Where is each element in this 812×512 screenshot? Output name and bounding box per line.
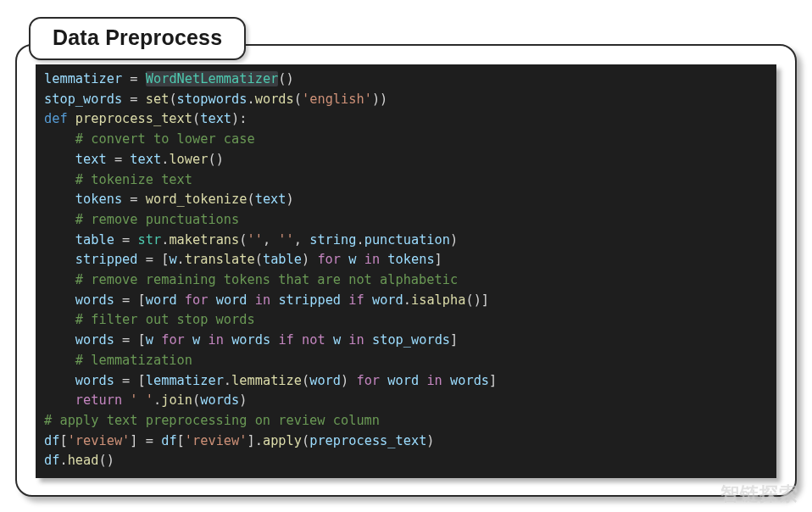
code-line: words = [word for word in stripped if wo… xyxy=(44,292,489,308)
code-line: stop_words = set(stopwords.words('englis… xyxy=(44,92,387,107)
code-line: # remove remaining tokens that are not a… xyxy=(44,272,458,287)
code-line: # lemmatization xyxy=(44,353,192,368)
code-line: # filter out stop words xyxy=(44,312,255,327)
code-line: stripped = [w.translate(table) for w in … xyxy=(44,252,442,267)
code-line: table = str.maketrans('', '', string.pun… xyxy=(44,232,458,248)
code-line: # apply text preprocessing on review col… xyxy=(44,413,380,428)
code-line: # convert to lower case xyxy=(44,131,255,147)
code-line: def preprocess_text(text): xyxy=(44,111,247,126)
code-block: lemmatizer = WordNetLemmatizer() stop_wo… xyxy=(36,64,776,478)
code-line: words = [lemmatizer.lemmatize(word) for … xyxy=(44,373,497,388)
section-title: Data Preprocess xyxy=(29,17,246,60)
code-line: words = [w for w in words if not w in st… xyxy=(44,332,458,348)
code-line: df.head() xyxy=(44,453,114,468)
code-line: # tokenize text xyxy=(44,172,192,187)
code-line: df['review'] = df['review'].apply(prepro… xyxy=(44,433,435,448)
code-line: # remove punctuations xyxy=(44,212,239,227)
code-line: lemmatizer = WordNetLemmatizer() xyxy=(44,71,294,86)
code-line: return ' '.join(words) xyxy=(44,392,247,408)
card: Data Preprocess lemmatizer = WordNetLemm… xyxy=(15,44,797,497)
code-line: tokens = word_tokenize(text) xyxy=(44,192,294,207)
code-line: text = text.lower() xyxy=(44,152,224,167)
